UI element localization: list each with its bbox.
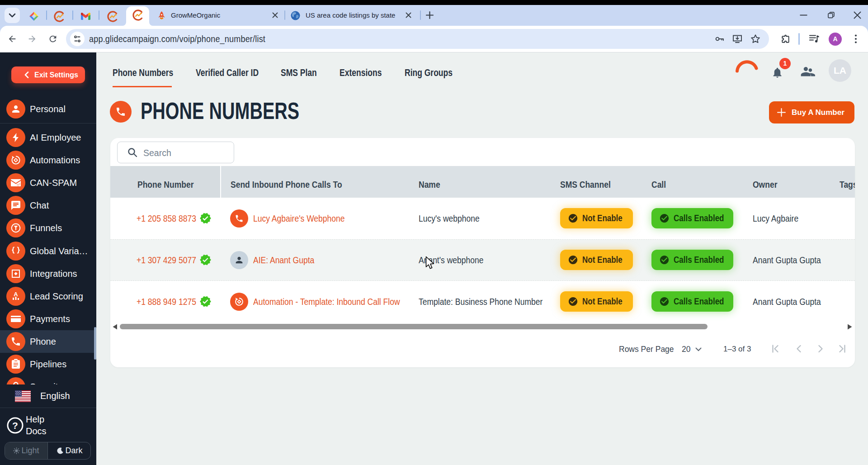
svg-text:A: A <box>14 291 18 298</box>
svg-text:?: ? <box>12 420 18 431</box>
